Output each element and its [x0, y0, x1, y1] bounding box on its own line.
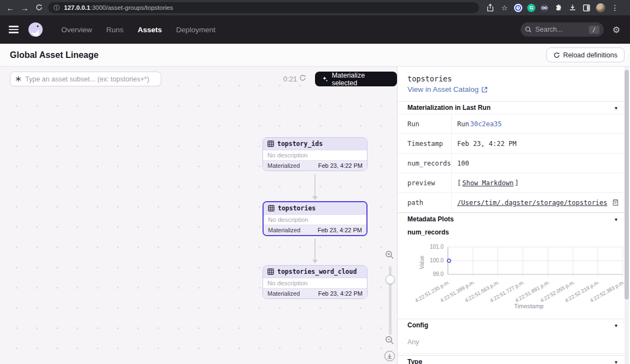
num-records-chart: 101.0 100.0 99.0 Value Timestamp 4:22:51…: [398, 238, 627, 315]
copy-clipboard-icon[interactable]: [612, 199, 619, 206]
table-row-timestamp: Timestamp Feb 23, 4:22 PM: [398, 134, 625, 154]
hamburger-menu-icon[interactable]: [9, 24, 19, 35]
downloads-icon[interactable]: [568, 3, 577, 13]
graph-refresh-icon[interactable]: [299, 74, 306, 84]
panel-scrollbar-thumb[interactable]: [625, 70, 629, 300]
data-point[interactable]: [447, 259, 451, 262]
asset-description: No description: [263, 150, 367, 160]
section-title: Materialization in Last Run: [407, 104, 491, 111]
page-title: Global Asset Lineage: [10, 50, 98, 60]
edge-topstory-ids-to-topstories: [314, 174, 316, 196]
sidebar-asset-title: topstories: [407, 74, 452, 83]
materialization-table: Run Run 30c2ea35 Timestamp Feb 23, 4:22 …: [398, 114, 625, 213]
asset-status: Materialized: [268, 227, 300, 233]
chevron-down-icon[interactable]: ▾: [615, 359, 617, 364]
divider: [398, 353, 625, 354]
chevron-down-icon[interactable]: ▾: [615, 216, 617, 222]
url-path: :3000/asset-groups/topstories: [90, 4, 173, 11]
table-row-preview: preview [Show Markdown]: [398, 173, 625, 193]
section-metadata-plots-header[interactable]: Metadata Plots ▾: [398, 213, 625, 225]
table-icon: [267, 140, 274, 147]
run-prefix: Run: [457, 120, 469, 128]
materialize-selected-button[interactable]: Materialize selected: [315, 72, 397, 86]
x-axis-label: Timestamp: [514, 303, 544, 309]
asset-status: Materialized: [267, 162, 300, 169]
y-tick: 100.0: [430, 257, 444, 263]
zoom-slider-handle[interactable]: [386, 275, 395, 284]
plot-title: num_records: [407, 228, 449, 236]
extension-icon-goggles[interactable]: [540, 4, 549, 12]
browser-forward-icon[interactable]: →: [18, 3, 32, 13]
zoom-out-icon[interactable]: [385, 336, 394, 347]
asset-name: topstory_ids: [277, 140, 323, 148]
asset-filter-icon: [15, 75, 22, 83]
asset-name: topstories: [278, 204, 316, 212]
browser-profile-avatar[interactable]: [596, 3, 605, 13]
row-label: Timestamp: [398, 140, 451, 148]
y-axis-label: Value: [419, 255, 425, 269]
section-config-header[interactable]: Config ▾: [398, 319, 625, 331]
nav-item-assets[interactable]: Assets: [138, 26, 162, 34]
search-shortcut-badge: /: [589, 26, 599, 34]
page-header: Global Asset Lineage Reload definitions: [0, 44, 630, 67]
asset-node-topstories-word-cloud[interactable]: topstories_word_cloud No description Mat…: [262, 265, 368, 299]
table-row-run: Run Run 30c2ea35: [398, 114, 625, 134]
num-records-value: 100: [457, 160, 469, 167]
extensions-puzzle-icon[interactable]: [553, 3, 563, 13]
address-bar[interactable]: ⓘ 127.0.0.1 :3000/asset-groups/topstorie…: [48, 2, 479, 13]
sparkle-icon: [322, 75, 329, 83]
config-value: Any: [407, 338, 419, 346]
section-materialization-header[interactable]: Materialization in Last Run ▾: [398, 101, 625, 114]
bookmark-star-icon[interactable]: ☆: [500, 3, 509, 13]
chevron-down-icon[interactable]: ▾: [615, 322, 617, 328]
zoom-in-icon[interactable]: [385, 250, 394, 262]
asset-materialized-time: Feb 23, 4:22 PM: [318, 290, 363, 297]
browser-back-icon[interactable]: ←: [3, 3, 18, 13]
asset-node-topstories[interactable]: topstories No description Materialized F…: [262, 201, 368, 236]
asset-graph-canvas[interactable]: Type an asset subset... (ex: topstories+…: [0, 67, 397, 364]
section-title: Metadata Plots: [407, 215, 454, 223]
site-info-icon[interactable]: ⓘ: [54, 4, 60, 12]
section-title: Config: [407, 321, 428, 329]
table-icon: [267, 268, 274, 275]
search-icon: [525, 26, 532, 33]
settings-gear-icon[interactable]: ⚙: [612, 25, 620, 35]
y-tick: 99.0: [433, 271, 444, 277]
show-markdown-link[interactable]: Show Markdown: [462, 179, 514, 187]
asset-materialized-time: Feb 23, 4:22 PM: [318, 227, 362, 233]
refresh-timer: 0:21: [283, 75, 297, 83]
asset-name: topstories_word_cloud: [277, 268, 357, 275]
edge-arrowhead: [312, 196, 318, 200]
asset-subset-placeholder: Type an asset subset... (ex: topstories+…: [25, 75, 149, 83]
extension-icon-grammarly[interactable]: G: [527, 4, 535, 12]
run-id-link[interactable]: 30c2ea35: [470, 120, 502, 128]
edge-topstories-to-word-cloud: [314, 238, 316, 260]
browser-toolbar: ← → ⓘ 127.0.0.1 :3000/asset-groups/topst…: [0, 0, 630, 15]
row-label: path: [398, 199, 451, 207]
extension-icon-clock[interactable]: [514, 4, 522, 12]
asset-subset-input[interactable]: Type an asset subset... (ex: topstories+…: [10, 72, 161, 86]
section-title: Type: [407, 358, 422, 364]
bracket-open: [: [457, 179, 461, 187]
asset-status: Materialized: [267, 290, 300, 297]
nav-item-overview[interactable]: Overview: [61, 26, 92, 34]
share-icon[interactable]: [486, 3, 495, 13]
nav-item-runs[interactable]: Runs: [106, 26, 124, 34]
asset-node-topstory-ids[interactable]: topstory_ids No description Materialized…: [262, 137, 368, 171]
browser-menu-icon[interactable]: ⋮: [610, 3, 620, 13]
side-panel-icon[interactable]: [582, 3, 591, 13]
nav-item-deployment[interactable]: Deployment: [176, 26, 215, 34]
reload-definitions-button[interactable]: Reload definitions: [546, 48, 625, 62]
chevron-down-icon[interactable]: ▾: [615, 105, 617, 111]
section-type-header[interactable]: Type ▾: [398, 355, 625, 364]
table-icon: [268, 205, 275, 212]
view-in-asset-catalog-link[interactable]: View in Asset Catalog: [407, 85, 488, 93]
app-navbar: Overview Runs Assets Deployment Search..…: [0, 15, 630, 44]
global-search-input[interactable]: Search... /: [521, 22, 604, 37]
row-label: Run: [398, 120, 451, 128]
browser-reload-icon[interactable]: [32, 3, 46, 13]
nav-items: Overview Runs Assets Deployment: [61, 26, 215, 34]
dagster-logo[interactable]: [27, 21, 44, 38]
recenter-view-icon[interactable]: [384, 351, 395, 361]
path-link[interactable]: /Users/tim/.dagster/storage/topstories: [457, 199, 608, 207]
